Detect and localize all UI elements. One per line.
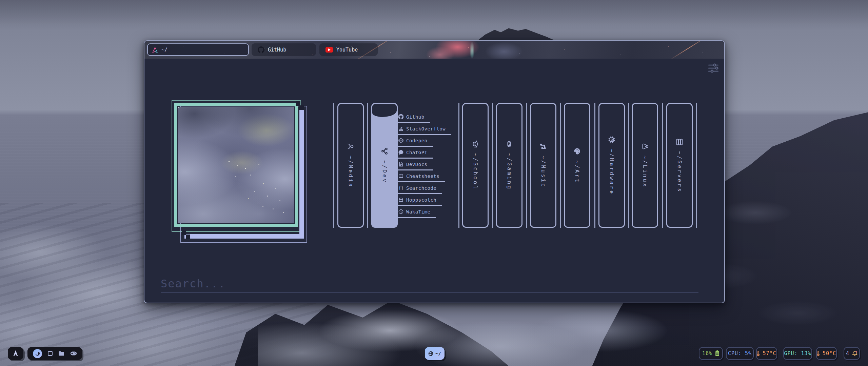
- link-wakatime[interactable]: WakaTime: [398, 208, 436, 218]
- git-branch-icon: [381, 147, 388, 155]
- chat-bubble-icon: [398, 150, 403, 155]
- link-label: Hoppscotch: [406, 197, 436, 203]
- arch-logo-icon: [152, 47, 158, 53]
- frame-corner-handle: [186, 235, 190, 239]
- link-chatgpt[interactable]: ChatGPT: [398, 148, 433, 159]
- gamepad-icon[interactable]: [70, 351, 77, 356]
- gamepad-icon: [506, 140, 513, 148]
- window-title-text: ~/: [435, 351, 441, 356]
- firefox-icon: [35, 351, 40, 357]
- thermometer-icon: [817, 350, 820, 357]
- category-hardware[interactable]: ~/Hardware: [598, 103, 625, 228]
- battery-widget[interactable]: 16%: [699, 347, 723, 360]
- folder-icon[interactable]: [58, 351, 64, 356]
- active-window-title[interactable]: ~/: [425, 347, 445, 360]
- bookend-divider: [696, 103, 697, 228]
- palette-icon: [573, 147, 581, 155]
- book-icon: [398, 174, 403, 179]
- category-dev[interactable]: ~/Dev: [371, 103, 398, 228]
- gpu-temp-value: 50°C: [823, 350, 836, 357]
- workspace-firefox-active[interactable]: [33, 349, 42, 358]
- link-label: ChatGPT: [406, 150, 428, 155]
- link-label: DevDocs: [406, 162, 428, 167]
- category-music[interactable]: ~/Music: [530, 103, 556, 228]
- gpu-value: GPU: 13%: [784, 350, 811, 357]
- category-gaming[interactable]: ~/Gaming: [496, 103, 522, 228]
- category-label: ~/Media: [348, 156, 354, 188]
- search-input[interactable]: [161, 275, 698, 293]
- chip-icon: [608, 136, 615, 143]
- link-label: WakaTime: [406, 209, 430, 215]
- featured-artwork: [172, 100, 308, 244]
- cpu-value: CPU: 5%: [728, 350, 752, 357]
- globe-icon: [428, 351, 433, 356]
- bookend-divider: [560, 103, 561, 228]
- music-note-icon: [539, 143, 547, 150]
- category-label: ~/School: [472, 153, 479, 190]
- codepen-icon: [398, 138, 403, 143]
- bookend-divider: [628, 103, 629, 228]
- tabbar-artwork-streak: [670, 41, 707, 59]
- category-label: ~/Hardware: [609, 149, 615, 195]
- category-label: ~/Dev: [381, 160, 388, 183]
- url-bar[interactable]: ~/: [147, 43, 249, 56]
- tab-label: YouTube: [336, 47, 358, 53]
- link-devdocs[interactable]: DevDocs: [398, 160, 433, 170]
- arch-logo-icon: [12, 350, 19, 357]
- gpu-widget[interactable]: GPU: 13%: [783, 347, 812, 360]
- link-stackoverflow[interactable]: StackOverflow: [398, 125, 451, 135]
- link-cheatsheets[interactable]: Cheatsheets: [398, 172, 445, 182]
- link-label: Codepen: [406, 138, 428, 143]
- bookend-divider: [662, 103, 663, 228]
- category-label: ~/Gaming: [506, 153, 513, 190]
- youtube-icon: [326, 47, 333, 53]
- star-speckles: [178, 107, 179, 108]
- category-servers[interactable]: ~/Servers: [666, 103, 693, 228]
- gpu-temp-widget[interactable]: 50°C: [816, 347, 837, 360]
- stack-icon: [398, 126, 403, 131]
- category-label: ~/Music: [540, 156, 547, 188]
- category-label: ~/Servers: [676, 151, 683, 193]
- category-school[interactable]: ~/School: [462, 103, 489, 228]
- tab-github[interactable]: GitHub: [252, 43, 316, 56]
- frame-corner-handle: [299, 105, 304, 110]
- notifications-widget[interactable]: 4: [844, 347, 860, 360]
- tab-bar: ~/ GitHub YouTube: [144, 41, 724, 59]
- tab-youtube[interactable]: YouTube: [319, 43, 378, 56]
- cloud-painting: [178, 107, 294, 223]
- braces-icon: {}: [398, 185, 403, 190]
- sliders-icon[interactable]: [708, 63, 719, 73]
- category-label: ~/Linux: [642, 156, 648, 188]
- square-outline-icon[interactable]: [48, 351, 53, 356]
- thermometer-icon: [757, 350, 760, 357]
- link-hoppscotch[interactable]: Hoppscotch: [398, 196, 442, 206]
- bookend-divider: [458, 103, 459, 228]
- category-media[interactable]: ~/Media: [337, 103, 364, 228]
- bookend-divider: [367, 103, 368, 228]
- category-label: ~/Art: [574, 160, 580, 183]
- link-label: Cheatsheets: [406, 174, 439, 179]
- link-github[interactable]: Github: [398, 113, 430, 123]
- cpu-temp-widget[interactable]: 57°C: [756, 347, 777, 360]
- link-codepen[interactable]: Codepen: [398, 137, 433, 147]
- browser-window: ~/ GitHub YouTube: [144, 40, 725, 303]
- battery-icon: [715, 350, 719, 357]
- link-label: Searchcode: [406, 185, 436, 191]
- bookend-divider: [526, 103, 527, 228]
- github-icon: [398, 114, 403, 119]
- launcher-button[interactable]: [8, 347, 23, 360]
- server-rack-icon: [676, 138, 683, 146]
- category-linux[interactable]: ~/Linux: [632, 103, 658, 228]
- person-icon: [347, 143, 354, 150]
- cpu-widget[interactable]: CPU: 5%: [726, 347, 754, 360]
- dev-links-list: Github StackOverflow Codepen ChatGPT Dev…: [398, 113, 451, 220]
- battery-value: 16%: [702, 350, 712, 357]
- bell-icon: [852, 351, 857, 357]
- link-searchcode[interactable]: {} Searchcode: [398, 184, 442, 194]
- github-icon: [258, 46, 264, 53]
- notification-count: 4: [846, 350, 849, 357]
- bookend-divider: [492, 103, 493, 228]
- link-label: Github: [406, 114, 425, 120]
- category-art[interactable]: ~/Art: [564, 103, 590, 228]
- link-label: StackOverflow: [406, 126, 446, 131]
